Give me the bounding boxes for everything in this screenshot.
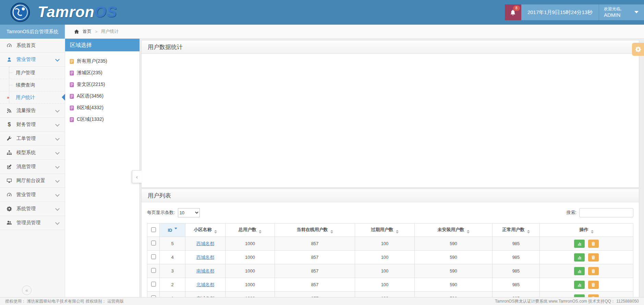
chevron-down-icon [55, 220, 60, 225]
region-collapse-handle[interactable]: ‹ [132, 170, 142, 183]
cell-id: 4 [160, 251, 185, 264]
delete-button[interactable] [588, 281, 599, 289]
community-link[interactable]: 西城名都 [196, 241, 214, 246]
sidebar-item-business2[interactable]: 营业管理 [0, 188, 65, 202]
community-link[interactable]: 西城名都 [196, 255, 214, 260]
cell-expired: 100 [355, 237, 415, 251]
sidebar-item-traffic-report[interactable]: 流量报告 [0, 104, 65, 118]
sort-desc-icon [174, 228, 177, 229]
report-icon [70, 105, 74, 111]
cell-online: 857 [275, 264, 355, 278]
page-size-select[interactable]: 10 [178, 208, 200, 217]
app-root: TamronOS 8 2017年1月9日15时24分13秒 欢迎光临, ADMI… [0, 0, 644, 305]
region-item-kuiwen[interactable]: 奎文区(2215) [65, 79, 139, 90]
caret-down-icon [634, 11, 639, 13]
home-icon[interactable] [74, 29, 79, 34]
delete-button[interactable] [588, 267, 599, 275]
report-icon [70, 71, 74, 76]
user-icon [6, 57, 12, 62]
datetime-display: 2017年1月9日15时24分13秒 [521, 4, 599, 20]
community-link[interactable]: 北城名都 [196, 282, 214, 287]
notifications-button[interactable]: 8 [505, 4, 521, 20]
column-header-id[interactable]: ID [160, 224, 185, 237]
region-panel: 区域选择 所有用户(235) 潍城区(235) 奎文区(2215) A区语(34… [65, 39, 140, 297]
region-item-b[interactable]: B区域(4332) [65, 102, 139, 114]
breadcrumb-home-link[interactable]: 首页 [83, 28, 92, 35]
active-arrow-icon [62, 94, 65, 101]
topbar-right: 8 2017年1月9日15时24分13秒 欢迎光临, ADMIN [505, 4, 644, 20]
cell-expired: 100 [355, 264, 415, 278]
sidebar-item-admin-management[interactable]: 管理员管理 [0, 216, 65, 230]
chart-button[interactable] [574, 253, 585, 262]
sort-icon [591, 230, 594, 233]
region-panel-title: 区域选择 [65, 39, 139, 51]
sitemap-icon [6, 150, 12, 155]
column-header-total[interactable]: 总用户数 [226, 224, 275, 237]
cell-total: 1000 [226, 278, 275, 292]
sort-icon [467, 230, 470, 233]
sidebar-title: TamronOS后台管理系统 [0, 25, 65, 39]
dashboard-icon [6, 192, 12, 198]
region-item-all-users[interactable]: 所有用户(235) [65, 55, 139, 67]
sidebar-item-finance[interactable]: $ 财务管理 [0, 118, 65, 132]
column-header-uninstalled[interactable]: 未安装用户数 [415, 224, 493, 237]
settings-fab-button[interactable] [632, 43, 644, 56]
cell-id: 3 [160, 264, 185, 278]
report-icon [70, 94, 74, 99]
cell-uninstalled: 590 [415, 264, 493, 278]
column-header-online[interactable]: 当前在线用户数 [275, 224, 355, 237]
chevron-down-icon [55, 136, 60, 141]
sidebar-item-user-stats[interactable]: » 用户统计 [0, 91, 65, 104]
cell-actions [540, 237, 633, 251]
sidebar-item-system-management[interactable]: 系统管理 [0, 202, 65, 216]
wrench-icon [6, 136, 12, 141]
sidebar-item-front-settings[interactable]: 网厅前台设置 [0, 174, 65, 188]
sidebar-item-messages[interactable]: 消息管理 [0, 160, 65, 174]
column-header-normal[interactable]: 正常用户数 [493, 224, 540, 237]
chart-button[interactable] [574, 267, 585, 275]
column-header-name[interactable]: 小区名称 [185, 224, 226, 237]
delete-button[interactable] [588, 253, 599, 262]
sidebar-collapse-button[interactable]: « [22, 285, 32, 295]
user-stats-panel-title: 用户数据统计 [142, 40, 639, 54]
gear-icon [635, 46, 641, 52]
cell-uninstalled: 590 [415, 278, 493, 292]
chevron-down-icon [55, 150, 60, 155]
chart-button[interactable] [574, 240, 585, 248]
region-item-weicheng[interactable]: 潍城区(235) [65, 67, 139, 79]
community-link[interactable]: 南城名都 [196, 268, 214, 274]
row-checkbox[interactable] [151, 282, 156, 287]
sidebar-item-business[interactable]: 营业管理 [0, 53, 65, 67]
notification-badge: 8 [513, 5, 520, 11]
chart-button[interactable] [574, 281, 585, 289]
sidebar-item-user-management[interactable]: 用户管理 [0, 67, 65, 79]
select-all-cell [147, 224, 160, 237]
users-icon [6, 220, 12, 226]
sidebar-item-home[interactable]: 系统首页 [0, 39, 65, 53]
user-stats-panel: 用户数据统计 [141, 40, 639, 188]
sidebar-item-renewal-query[interactable]: 续费查询 [0, 79, 65, 91]
sidebar-item-model-system[interactable]: 模型系统 [0, 146, 65, 160]
cell-id: 5 [160, 237, 185, 251]
footer-support-text: TamronOS腾龙认证计费系统 www.TamronOS.com 技术支持QQ… [495, 298, 639, 304]
row-checkbox[interactable] [151, 268, 156, 273]
user-list-panel-title: 用户列表 [142, 189, 639, 202]
brand-title: TamronOS [38, 3, 117, 21]
delete-button[interactable] [588, 240, 599, 248]
search-input[interactable] [579, 208, 633, 217]
chevron-down-icon [55, 192, 60, 197]
main-content: 用户数据统计 用户列表 每页显示条数: 10 搜索: [140, 39, 644, 297]
column-header-expired[interactable]: 过期用户数 [355, 224, 415, 237]
region-item-c[interactable]: C区域(1332) [65, 114, 139, 125]
row-checkbox[interactable] [151, 241, 156, 245]
column-header-actions[interactable]: 操作 [540, 224, 633, 237]
row-checkbox[interactable] [151, 254, 156, 259]
cell-normal: 985 [493, 237, 540, 251]
sidebar-item-work-orders[interactable]: 工单管理 [0, 132, 65, 146]
region-item-a[interactable]: A区语(3456) [65, 90, 139, 102]
select-all-checkbox[interactable] [151, 227, 156, 232]
active-marker: » [7, 95, 9, 100]
breadcrumb: 首页 > 用户统计 [65, 25, 644, 39]
user-menu[interactable]: 欢迎光临, ADMIN [599, 4, 644, 20]
chevron-down-icon [55, 178, 60, 183]
